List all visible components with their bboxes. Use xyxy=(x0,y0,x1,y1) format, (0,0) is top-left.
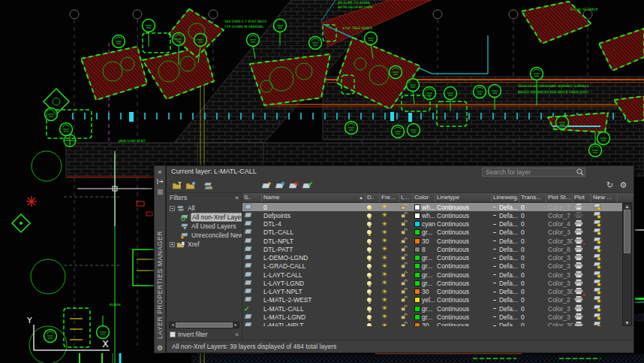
column-header-l[interactable]: L... xyxy=(399,193,413,202)
layer-linetype[interactable]: Continuous xyxy=(437,262,469,270)
layer-new-vp-freeze-icon[interactable] xyxy=(593,220,601,228)
layer-row-dtl-call[interactable]: DTL-CALL☀gr...ContinuousDefa...0Color_3 xyxy=(242,228,624,237)
layer-color-swatch[interactable] xyxy=(414,306,420,312)
filters-hscrollbar[interactable]: ◂ ▸ xyxy=(169,322,239,328)
layer-freeze-icon[interactable]: ☀ xyxy=(381,263,387,270)
layer-transparency[interactable]: 0 xyxy=(521,212,525,219)
search-input[interactable]: Search for layer xyxy=(482,168,585,177)
layer-freeze-icon[interactable]: ☀ xyxy=(381,313,387,320)
layer-row-l-matl-nplt[interactable]: L-MATL-NPLT☀30ContinuousDefa...0Color_30… xyxy=(242,322,624,327)
filter-tree-item-xref[interactable]: +Xref xyxy=(167,240,242,249)
layer-plot-icon[interactable] xyxy=(574,262,583,271)
layer-plot-icon[interactable] xyxy=(574,228,583,237)
layer-row-l-layt-call[interactable]: L-LAYT-CALL☀gr...ContinuousDefa...0Color… xyxy=(242,271,624,279)
filter-tree-item-all[interactable]: −All xyxy=(167,204,242,213)
layer-color-swatch[interactable] xyxy=(414,297,420,303)
layer-transparency[interactable]: 0 xyxy=(521,220,525,228)
palette-settings-icon[interactable]: ⚙ xyxy=(155,343,164,352)
layer-row-dtl-patt[interactable]: DTL-PATT☀8ContinuousDefa...0Color_8 xyxy=(242,245,624,253)
layer-lineweight[interactable]: Defa... xyxy=(499,280,518,287)
layer-lineweight[interactable]: Defa... xyxy=(499,271,518,279)
layer-plot-icon[interactable] xyxy=(574,220,583,228)
layer-unlock-icon[interactable] xyxy=(401,304,408,313)
layer-transparency[interactable]: 0 xyxy=(521,228,525,236)
layer-color-swatch[interactable] xyxy=(414,289,420,295)
layer-on-icon[interactable] xyxy=(367,256,372,260)
column-header-trans[interactable]: Trans... xyxy=(519,193,546,202)
layer-new-vp-freeze-icon[interactable] xyxy=(593,304,601,313)
layer-row-l-layt-nplt[interactable]: L-LAYT-NPLT☀30ContinuousDefa...0Color_30… xyxy=(242,288,624,296)
layer-plot-icon[interactable] xyxy=(574,254,583,262)
layer-unlock-icon[interactable] xyxy=(401,322,408,327)
column-header-lineweig[interactable]: Lineweig... xyxy=(492,193,519,202)
filter-tree-item-unreconciled-new-l[interactable]: Unreconciled New L xyxy=(167,231,242,240)
layer-new-vp-freeze-icon[interactable] xyxy=(593,288,601,296)
layer-plot-icon[interactable]: × xyxy=(574,288,583,296)
column-header-name[interactable]: Name▲ xyxy=(262,193,366,202)
delete-layer-icon[interactable] xyxy=(287,179,299,192)
hscroll-right-icon[interactable]: ▸ xyxy=(233,322,239,328)
layer-unlock-icon[interactable] xyxy=(401,245,408,253)
layer-lineweight[interactable]: Defa... xyxy=(499,246,518,253)
layer-plot-icon[interactable]: × xyxy=(574,322,583,327)
filter-tree-item-all-used-layers[interactable]: All Used Layers xyxy=(167,222,242,231)
layer-transparency[interactable]: 0 xyxy=(521,288,525,295)
layer-row-dtl-4[interactable]: DTL-4☀cyanContinuousDefa...0Color_4 xyxy=(242,220,624,228)
settings-icon[interactable]: ⚙ xyxy=(617,179,630,192)
filters-collapse-icon[interactable]: « xyxy=(235,193,239,203)
layer-lineweight[interactable]: Defa... xyxy=(499,322,518,326)
vscroll-up-icon[interactable]: ▲ xyxy=(624,204,630,209)
column-header-plotst[interactable]: Plot St... xyxy=(546,193,573,202)
layer-row-defpoints[interactable]: Defpoints☀wh...ContinuousDefa...0Color_7 xyxy=(242,211,624,219)
layer-linetype[interactable]: Continuous xyxy=(437,305,469,313)
layer-color-swatch[interactable] xyxy=(414,247,420,253)
layer-on-icon[interactable] xyxy=(367,289,372,294)
layer-on-icon[interactable] xyxy=(367,323,372,326)
layer-freeze-icon[interactable]: ☀ xyxy=(381,237,387,244)
layer-on-icon[interactable] xyxy=(367,298,372,302)
vscroll-thumb[interactable] xyxy=(624,210,630,253)
layer-new-vp-freeze-icon[interactable] xyxy=(593,211,601,219)
layer-row-dtl-nplt[interactable]: DTL-NPLT☀30ContinuousDefa...0Color_30× xyxy=(242,237,624,245)
layer-transparency[interactable]: 0 xyxy=(521,313,525,321)
layer-lineweight[interactable]: Defa... xyxy=(499,212,518,219)
new-property-filter-icon[interactable] xyxy=(170,179,183,192)
layer-linetype[interactable]: Continuous xyxy=(437,280,469,287)
hscroll-thumb[interactable] xyxy=(176,322,233,328)
layer-new-vp-freeze-icon[interactable] xyxy=(593,237,601,245)
layer-freeze-icon[interactable]: ☀ xyxy=(381,204,387,210)
layer-freeze-icon[interactable]: ☀ xyxy=(381,255,387,262)
layer-row-l-matl-call[interactable]: ✓L-MATL-CALL☀gr...ContinuousDefa...0Colo… xyxy=(242,304,624,313)
layer-unlock-icon[interactable] xyxy=(401,220,408,228)
layer-row-l-grad-call[interactable]: L-GRAD-CALL☀gr...ContinuousDefa...0Color… xyxy=(242,262,624,271)
layer-on-icon[interactable] xyxy=(367,307,372,311)
layer-new-vp-freeze-icon[interactable] xyxy=(593,228,601,237)
column-header-new[interactable]: New ... xyxy=(591,193,618,202)
layer-linetype[interactable]: Continuous xyxy=(437,212,469,219)
layer-linetype[interactable]: Continuous xyxy=(437,246,469,253)
tree-expander-icon[interactable]: + xyxy=(170,242,175,247)
layer-transparency[interactable]: 0 xyxy=(521,280,525,287)
layer-new-vp-freeze-icon[interactable] xyxy=(593,279,601,287)
layer-color-swatch[interactable] xyxy=(414,280,420,286)
column-header-fre[interactable]: Fre... xyxy=(380,193,399,202)
layer-lineweight[interactable]: Defa... xyxy=(499,254,518,262)
layer-on-icon[interactable] xyxy=(367,239,372,244)
invert-filter-checkbox[interactable] xyxy=(170,331,176,337)
layer-new-vp-freeze-icon[interactable] xyxy=(593,313,601,321)
layer-linetype[interactable]: Continuous xyxy=(437,322,469,326)
layer-on-icon[interactable] xyxy=(367,205,372,210)
layer-new-vp-freeze-icon[interactable] xyxy=(593,245,601,253)
layer-unlock-icon[interactable] xyxy=(401,237,408,245)
layer-plot-icon[interactable] xyxy=(574,304,583,313)
layer-lineweight[interactable]: Defa... xyxy=(499,288,518,295)
layer-color-swatch[interactable] xyxy=(414,238,420,244)
layer-freeze-icon[interactable]: ☀ xyxy=(381,322,387,326)
layer-freeze-icon[interactable]: ☀ xyxy=(381,221,387,228)
new-group-filter-icon[interactable] xyxy=(184,179,197,192)
layer-new-vp-freeze-icon[interactable] xyxy=(593,262,601,271)
layer-freeze-icon[interactable]: ☀ xyxy=(381,229,387,236)
layer-lineweight[interactable]: Defa... xyxy=(499,220,518,228)
layer-unlock-icon[interactable] xyxy=(401,296,408,304)
layer-on-icon[interactable] xyxy=(367,247,372,252)
